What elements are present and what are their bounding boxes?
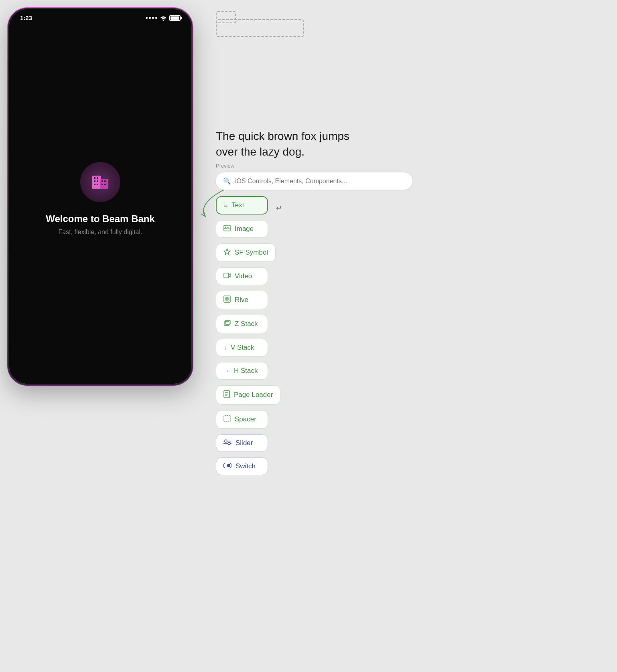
svg-rect-21: [225, 320, 230, 324]
v-stack-icon: ↓: [223, 344, 227, 351]
svg-rect-11: [104, 184, 106, 185]
svg-rect-5: [97, 180, 98, 182]
slider-icon: [223, 439, 231, 447]
phone-status-icons: [146, 15, 181, 21]
svg-rect-26: [224, 415, 230, 422]
page-loader-icon: [223, 390, 230, 400]
switch-icon: [223, 463, 231, 470]
image-icon: [223, 225, 231, 233]
component-label-page-loader: Page Loader: [234, 391, 273, 399]
component-item-rive[interactable]: Rive: [216, 291, 268, 309]
svg-rect-20: [224, 322, 229, 326]
z-stack-icon: [223, 320, 231, 328]
component-label-spacer: Spacer: [235, 415, 256, 423]
component-label-slider: Slider: [235, 439, 253, 447]
phone-app-content: Welcome to Beam Bank Fast, flexible, and…: [9, 21, 192, 376]
text-list-icon: ≡: [224, 202, 227, 209]
phone-status-bar: 1:23: [9, 9, 192, 21]
component-item-z-stack[interactable]: Z Stack: [216, 315, 268, 333]
component-label-h-stack: H Stack: [234, 367, 258, 375]
component-label-text: Text: [231, 201, 244, 209]
component-item-image[interactable]: Image: [216, 220, 268, 238]
spacer-icon: [223, 415, 231, 424]
search-bar[interactable]: 🔍: [216, 172, 412, 190]
component-label-image: Image: [235, 225, 254, 233]
svg-point-30: [228, 442, 230, 445]
app-logo: [80, 162, 120, 202]
search-icon: 🔍: [223, 177, 231, 185]
svg-rect-6: [97, 184, 98, 185]
text-item-row: ≡ Text ↵: [216, 196, 412, 220]
svg-rect-14: [224, 273, 229, 278]
building-icon: [90, 171, 111, 193]
return-icon: ↵: [276, 204, 282, 213]
svg-rect-4: [97, 177, 98, 179]
right-panel: The quick brown fox jumps over the lazy …: [205, 0, 617, 672]
svg-rect-18: [225, 300, 227, 301]
svg-rect-8: [101, 180, 103, 182]
svg-rect-16: [225, 297, 227, 299]
search-input[interactable]: [235, 178, 405, 185]
h-stack-icon: →: [223, 367, 230, 374]
components-list: ≡ Text ↵ Image: [216, 196, 412, 481]
component-label-rive: Rive: [235, 296, 248, 304]
phone-mockup: 1:23: [8, 8, 193, 385]
component-item-h-stack[interactable]: → H Stack: [216, 362, 268, 380]
component-item-sf-symbol[interactable]: SF Symbol: [216, 243, 276, 262]
svg-rect-19: [227, 300, 229, 301]
phone-time: 1:23: [20, 14, 32, 21]
preview-text: The quick brown fox jumps over the lazy …: [216, 128, 368, 160]
phone-app-title: Welcome to Beam Bank: [46, 213, 155, 225]
rive-icon: [223, 296, 231, 304]
component-item-page-loader[interactable]: Page Loader: [216, 385, 280, 405]
component-item-slider[interactable]: Slider: [216, 434, 268, 452]
sf-symbol-icon: [223, 248, 231, 257]
component-item-text[interactable]: ≡ Text: [216, 196, 268, 215]
component-label-v-stack: V Stack: [231, 344, 254, 352]
svg-point-29: [225, 440, 227, 442]
phone-app-subtitle: Fast, flexible, and fully digital.: [59, 229, 142, 236]
preview-label: Preview: [216, 163, 234, 169]
svg-rect-17: [227, 297, 229, 299]
component-label-video: Video: [235, 272, 252, 280]
component-item-v-stack[interactable]: ↓ V Stack: [216, 339, 268, 356]
svg-rect-9: [101, 184, 103, 185]
video-icon: [223, 272, 231, 280]
svg-point-32: [227, 464, 230, 467]
svg-rect-1: [94, 177, 95, 179]
component-item-video[interactable]: Video: [216, 267, 268, 285]
svg-rect-10: [104, 180, 106, 182]
items-panel: 🔍 ≡ Text ↵ Im: [216, 172, 412, 481]
dotted-rect-large: [216, 19, 304, 37]
component-label-switch: Switch: [235, 462, 256, 470]
svg-rect-2: [94, 180, 95, 182]
component-item-switch[interactable]: Switch: [216, 457, 268, 475]
svg-rect-15: [224, 296, 230, 302]
svg-rect-3: [94, 184, 95, 185]
component-item-spacer[interactable]: Spacer: [216, 410, 268, 429]
signal-icon: [146, 17, 157, 19]
component-label-z-stack: Z Stack: [235, 320, 258, 328]
component-label-sf-symbol: SF Symbol: [235, 249, 268, 257]
wifi-icon: [160, 15, 167, 21]
battery-icon: [169, 15, 181, 21]
